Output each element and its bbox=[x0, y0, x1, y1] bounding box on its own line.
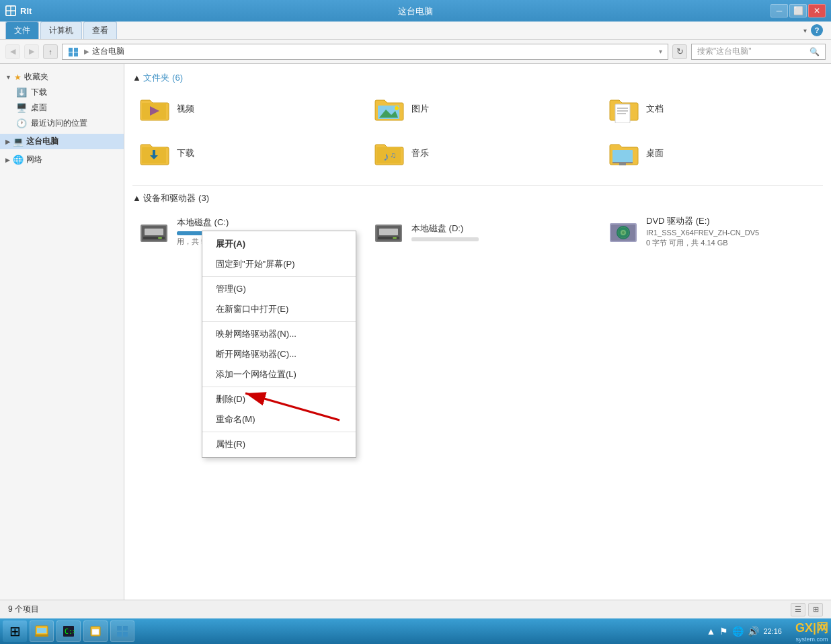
svg-rect-46 bbox=[35, 635, 48, 637]
svg-rect-51 bbox=[117, 626, 122, 631]
search-icon: 🔍 bbox=[809, 47, 820, 56]
sidebar-section-network: ▶ 🌐 网络 bbox=[0, 152, 124, 167]
taskbar-terminal-button[interactable]: C:> bbox=[56, 620, 81, 642]
refresh-button[interactable]: ↻ bbox=[672, 44, 687, 59]
svg-rect-50 bbox=[92, 629, 99, 635]
folders-grid: 视频 图片 bbox=[132, 91, 823, 171]
sidebar-favorites-label: 收藏夹 bbox=[24, 71, 48, 83]
recent-icon: 🕐 bbox=[16, 118, 27, 128]
brand-gx-text: GX|网 bbox=[795, 620, 828, 636]
address-text: 这台电脑 bbox=[92, 46, 124, 57]
start-button[interactable]: ⊞ bbox=[3, 620, 27, 642]
sidebar-recent-label: 最近访问的位置 bbox=[31, 118, 87, 129]
drive-c-name: 本地磁盘 (C:) bbox=[177, 216, 244, 229]
sidebar: ▼ ★ 收藏夹 ⬇️ 下载 🖥️ 桌面 🕐 最近访问的位置 bbox=[0, 64, 124, 600]
ctx-item-expand[interactable]: 展开(A) bbox=[202, 234, 356, 254]
drive-e-icon bbox=[607, 218, 639, 246]
drive-e-space: 0 字节 可用，共 4.14 GB bbox=[646, 238, 759, 248]
sidebar-item-desktop[interactable]: 🖥️ 桌面 bbox=[0, 100, 124, 116]
grid-view-icon[interactable]: ⊞ bbox=[808, 603, 823, 616]
sidebar-network-header[interactable]: ▶ 🌐 网络 bbox=[0, 152, 124, 167]
sidebar-favorites-header[interactable]: ▼ ★ 收藏夹 bbox=[0, 69, 124, 85]
folder-video-label: 视频 bbox=[177, 103, 194, 115]
ctx-item-pin[interactable]: 固定到"开始"屏幕(P) bbox=[202, 254, 356, 274]
tray-sound-icon[interactable]: 🔊 bbox=[748, 626, 759, 637]
tray-time: 22:16 bbox=[763, 627, 782, 635]
computer-icon: 💻 bbox=[13, 136, 24, 147]
status-item-count: 9 个项目 bbox=[8, 604, 39, 615]
maximize-button[interactable]: ⬜ bbox=[789, 4, 807, 17]
tray-network-icon[interactable]: 🌐 bbox=[732, 626, 744, 637]
forward-button[interactable]: ▶ bbox=[24, 44, 39, 59]
folder-downloads-label: 下载 bbox=[177, 147, 194, 159]
taskbar: ⊞ C:> ▲ ⚑ 🌐 🔊 22:16 bbox=[0, 618, 831, 644]
ctx-item-open-new-window[interactable]: 在新窗口中打开(E) bbox=[202, 299, 356, 319]
svg-rect-22 bbox=[612, 150, 633, 163]
status-icons: ☰ ⊞ bbox=[791, 603, 823, 616]
favorites-star-icon: ★ bbox=[14, 73, 22, 82]
up-button[interactable]: ↑ bbox=[43, 44, 58, 59]
drive-item-d[interactable]: 本地磁盘 (D:) bbox=[367, 211, 588, 252]
folder-item-documents[interactable]: 文档 bbox=[602, 91, 823, 127]
taskbar-settings-button[interactable] bbox=[110, 620, 134, 642]
svg-rect-23 bbox=[612, 162, 633, 163]
folder-item-desktop-folder[interactable]: 桌面 bbox=[602, 135, 823, 171]
drive-e-sub: IR1_SSS_X64FREV_ZH-CN_DV5 bbox=[646, 229, 759, 237]
back-button[interactable]: ◀ bbox=[5, 44, 20, 59]
address-dropdown-icon[interactable]: ▾ bbox=[659, 48, 662, 55]
tab-file[interactable]: 文件 bbox=[5, 22, 39, 39]
title-bar-left: RIt bbox=[5, 5, 32, 16]
list-view-icon[interactable]: ☰ bbox=[791, 603, 805, 616]
address-path[interactable]: ▶ 这台电脑 ▾ bbox=[62, 44, 668, 60]
ctx-item-map-drive[interactable]: 映射网络驱动器(N)... bbox=[202, 324, 356, 344]
svg-text:♪: ♪ bbox=[383, 150, 389, 163]
ctx-divider-4 bbox=[202, 432, 356, 432]
sidebar-desktop-label: 桌面 bbox=[31, 102, 47, 114]
folder-desktop-icon bbox=[607, 139, 639, 167]
main-area: ▼ ★ 收藏夹 ⬇️ 下载 🖥️ 桌面 🕐 最近访问的位置 bbox=[0, 64, 831, 600]
svg-rect-7 bbox=[74, 52, 78, 56]
minimize-button[interactable]: ─ bbox=[770, 4, 788, 17]
drive-c-icon bbox=[138, 218, 170, 246]
folder-item-video[interactable]: 视频 bbox=[132, 91, 354, 127]
tab-computer[interactable]: 计算机 bbox=[40, 22, 82, 39]
taskbar-explorer-button[interactable] bbox=[30, 620, 54, 642]
help-button[interactable]: ? bbox=[811, 24, 823, 36]
address-bar: ◀ ▶ ↑ ▶ 这台电脑 ▾ ↻ 搜索"这台电脑" 🔍 bbox=[0, 40, 831, 64]
sidebar-item-recent[interactable]: 🕐 最近访问的位置 bbox=[0, 116, 124, 131]
folders-section-header: ▲ 文件夹 (6) bbox=[132, 72, 823, 84]
ctx-item-delete[interactable]: 删除(D) bbox=[202, 389, 356, 409]
taskbar-tray: ▲ ⚑ 🌐 🔊 22:16 bbox=[701, 626, 787, 637]
taskbar-files-button[interactable] bbox=[83, 620, 108, 642]
svg-rect-45 bbox=[37, 628, 46, 633]
folder-music-icon: ♪ ♫ bbox=[372, 139, 405, 167]
folder-downloads-icon bbox=[138, 139, 170, 167]
ctx-item-disconnect-drive[interactable]: 断开网络驱动器(C)... bbox=[202, 344, 356, 364]
ctx-divider-2 bbox=[202, 321, 356, 322]
sidebar-section-thispc: ▶ 💻 这台电脑 bbox=[0, 134, 124, 149]
brand-sub-text: system.com bbox=[795, 636, 828, 643]
svg-rect-52 bbox=[123, 626, 128, 631]
status-bar: 9 个项目 ☰ ⊞ bbox=[0, 600, 831, 618]
ctx-item-manage[interactable]: 管理(G) bbox=[202, 279, 356, 299]
folder-item-images[interactable]: 图片 bbox=[367, 91, 588, 127]
svg-rect-54 bbox=[123, 632, 128, 637]
tray-arrow-icon[interactable]: ▲ bbox=[707, 626, 716, 637]
folder-item-music[interactable]: ♪ ♫ 音乐 bbox=[367, 135, 588, 171]
drive-e-name: DVD 驱动器 (E:) bbox=[646, 215, 759, 227]
svg-rect-24 bbox=[619, 163, 626, 165]
ribbon: 文件 计算机 查看 ▾ ? bbox=[0, 22, 831, 40]
search-box[interactable]: 搜索"这台电脑" 🔍 bbox=[691, 44, 826, 60]
ctx-item-properties[interactable]: 属性(R) bbox=[202, 434, 356, 454]
ctx-item-rename[interactable]: 重命名(M) bbox=[202, 409, 356, 430]
sidebar-item-downloads[interactable]: ⬇️ 下载 bbox=[0, 85, 124, 100]
folder-item-downloads[interactable]: 下载 bbox=[132, 135, 354, 171]
drive-d-icon bbox=[372, 218, 405, 246]
drive-item-e[interactable]: DVD 驱动器 (E:) IR1_SSS_X64FREV_ZH-CN_DV5 0… bbox=[602, 211, 823, 252]
tray-flag-icon[interactable]: ⚑ bbox=[719, 626, 728, 637]
ctx-item-add-network[interactable]: 添加一个网络位置(L) bbox=[202, 364, 356, 385]
sidebar-thispc-header[interactable]: ▶ 💻 这台电脑 bbox=[0, 134, 124, 149]
chevron-down-icon: ▾ bbox=[803, 27, 807, 34]
close-button[interactable]: ✕ bbox=[808, 4, 826, 17]
tab-view[interactable]: 查看 bbox=[83, 22, 117, 39]
